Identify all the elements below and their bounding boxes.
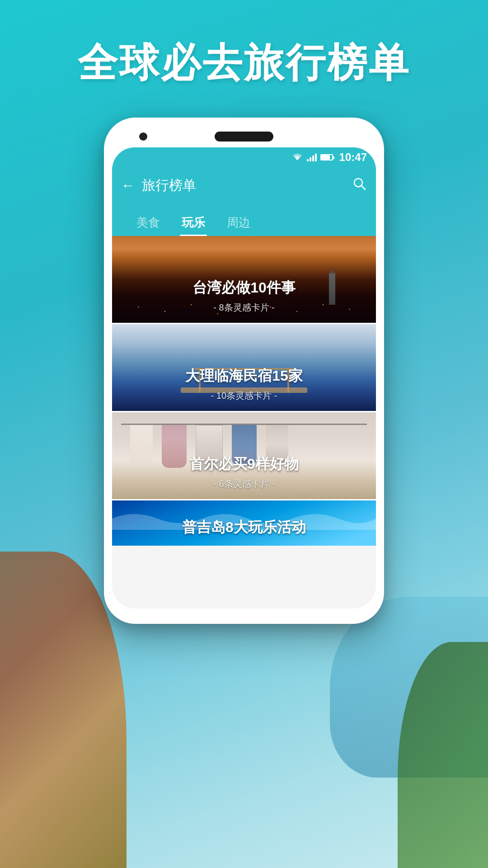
content-area: 台湾必做10件事 - 8条灵感卡片 - xyxy=(112,236,376,609)
status-time: 10:47 xyxy=(339,151,367,164)
tab-food[interactable]: 美食 xyxy=(126,209,171,236)
phone-top xyxy=(112,126,376,147)
phone-container: 10:47 ← 旅行榜单 美食 玩乐 周边 xyxy=(104,118,384,624)
app-bar: ← 旅行榜单 xyxy=(112,167,376,203)
battery-icon xyxy=(320,154,333,160)
status-bar: 10:47 xyxy=(112,147,376,167)
tab-bar: 美食 玩乐 周边 xyxy=(112,203,376,236)
dali-subtitle: - 10条灵感卡片 - xyxy=(121,390,367,402)
phone-speaker xyxy=(215,132,273,142)
card-taiwan[interactable]: 台湾必做10件事 - 8条灵感卡片 - xyxy=(112,236,376,324)
bg-right-water xyxy=(330,597,488,778)
tab-play[interactable]: 玩乐 xyxy=(171,209,216,236)
search-button[interactable] xyxy=(352,177,367,194)
search-icon xyxy=(352,177,367,191)
phone-screen: 10:47 ← 旅行榜单 美食 玩乐 周边 xyxy=(112,147,376,609)
wifi-icon xyxy=(291,153,303,162)
card-dali[interactable]: 大理临海民宿15家 - 10条灵感卡片 - xyxy=(112,324,376,412)
battery-fill xyxy=(321,155,330,160)
seoul-overlay: 首尔必买9样好物 - 6条灵感卡片 - xyxy=(112,447,376,499)
taiwan-subtitle: - 8条灵感卡片 - xyxy=(121,302,367,314)
phuket-overlay: 普吉岛8大玩乐活动 xyxy=(112,518,376,541)
phuket-title: 普吉岛8大玩乐活动 xyxy=(112,518,376,538)
page-title: 全球必去旅行榜单 xyxy=(0,36,488,90)
dali-title: 大理临海民宿15家 xyxy=(121,366,367,386)
taiwan-overlay: 台湾必做10件事 - 8条灵感卡片 - xyxy=(112,271,376,323)
phone-camera xyxy=(139,132,147,141)
bg-right-trees xyxy=(398,642,488,868)
svg-line-1 xyxy=(361,186,365,189)
card-seoul[interactable]: 首尔必买9样好物 - 6条灵感卡片 - xyxy=(112,412,376,500)
app-bar-title: 旅行榜单 xyxy=(142,176,352,195)
seoul-title: 首尔必买9样好物 xyxy=(121,454,367,474)
taiwan-title: 台湾必做10件事 xyxy=(121,278,367,298)
signal-bars xyxy=(307,153,317,161)
back-button[interactable]: ← xyxy=(121,178,135,193)
status-icons: 10:47 xyxy=(291,151,367,164)
seoul-subtitle: - 6条灵感卡片 - xyxy=(121,478,367,490)
tab-nearby[interactable]: 周边 xyxy=(216,209,261,236)
card-phuket[interactable]: 普吉岛8大玩乐活动 xyxy=(112,500,376,546)
dali-overlay: 大理临海民宿15家 - 10条灵感卡片 - xyxy=(112,359,376,411)
phone-shell: 10:47 ← 旅行榜单 美食 玩乐 周边 xyxy=(104,118,384,624)
